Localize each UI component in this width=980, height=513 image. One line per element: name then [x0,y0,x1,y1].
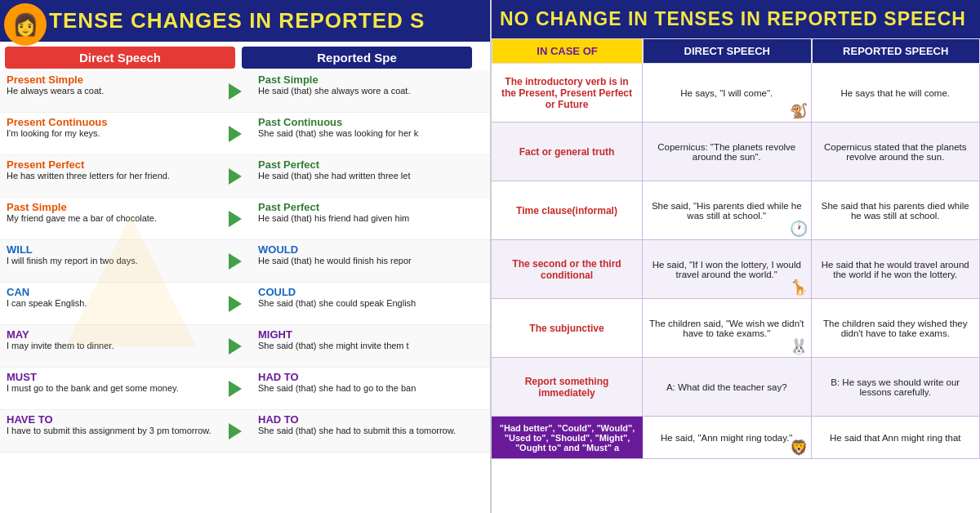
tense-row: Present Simple He always wears a coat. P… [0,70,490,113]
cell-icon: 🐒 [790,102,808,120]
tense-from-name: Past Simple [7,201,212,213]
tense-direct-cell: HAVE TO I have to submit this assignment… [0,410,216,452]
cell-icon: 🦁 [790,439,808,457]
arrow-icon [229,296,242,312]
tense-to-example: She said (that) she could speak English [258,298,487,308]
right-data-row: "Had better", "Could", "Would", "Used to… [492,417,980,459]
cell-icon: 🕐 [790,220,808,238]
reported-cell: B: He says we should write our lessons c… [812,358,981,416]
arrow-icon [229,83,242,100]
tense-row: MUST I must go to the bank and get some … [0,368,490,410]
tense-from-example: I must go to the bank and get some money… [7,383,212,393]
tense-reported-cell: COULD She said (that) she could speak En… [255,283,490,324]
tense-reported-cell: WOULD He said (that) he would finish his… [255,240,490,282]
tense-to-example: She said (that) she was looking for her … [258,128,487,138]
tense-to-example: He said (that) he would finish his repor [258,256,487,265]
cell-icon: 🦒 [790,279,808,297]
reported-cell: He says that he will come. [812,64,981,122]
direct-cell: She said, "His parents died while he was… [643,181,812,239]
tense-to-example: She said (that) she had to submit this a… [258,426,487,435]
tense-row: Present Continuous I'm looking for my ke… [0,113,490,155]
tense-row: Present Perfect He has written three let… [0,155,490,198]
right-panel: NO CHANGE IN TENSES IN REPORTED SPEECH I… [490,0,980,513]
col-direct-header: DIRECT SPEECH [643,38,812,64]
direct-cell: Copernicus: "The planets revolve around … [643,123,812,181]
tense-to-example: She said (that) she might invite them t [258,341,487,350]
tense-arrow [216,155,255,197]
case-cell: Fact or general truth [492,123,643,181]
tense-to-name: Past Perfect [258,158,487,171]
left-columns: Direct Speech Reported Spe [0,42,490,69]
col-case-header: IN CASE OF [492,38,643,64]
arrow-icon [229,126,242,142]
tense-to-name: HAD TO [258,371,487,383]
arrow-icon [229,253,242,270]
tense-arrow [216,368,255,409]
tense-direct-cell: Present Perfect He has written three let… [0,155,216,197]
tense-arrow [216,70,255,112]
tense-to-example: He said (that) she always wore a coat. [258,86,487,96]
direct-cell: He says, "I will come". 🐒 [643,64,812,122]
direct-cell: He said, "If I won the lottery, I would … [643,240,812,298]
tense-reported-cell: Past Perfect He said (that) she had writ… [255,155,490,197]
right-data-row: Time clause(informal) She said, "His par… [492,181,980,240]
direct-cell: A: What did the teacher say? [643,358,812,416]
tense-reported-cell: Past Perfect He said (that) his friend h… [255,198,490,239]
right-data-row: The subjunctive The children said, "We w… [492,299,980,358]
case-cell: The introductory verb is in the Present,… [492,64,643,122]
left-header: 👩 TENSE CHANGES IN REPORTED S [0,0,490,42]
tense-arrow [216,240,255,282]
tense-to-name: MIGHT [258,328,487,341]
tense-from-example: I have to submit this assignment by 3 pm… [7,426,212,435]
tense-from-example: He always wears a coat. [7,86,212,96]
tense-direct-cell: Present Simple He always wears a coat. [0,70,216,112]
case-cell: "Had better", "Could", "Would", "Used to… [492,417,643,458]
tense-arrow [216,325,255,367]
case-cell: The subjunctive [492,299,643,357]
tense-from-name: Present Simple [7,74,212,86]
arrow-icon [229,423,242,439]
right-col-headers: IN CASE OF DIRECT SPEECH REPORTED SPEECH [492,38,980,64]
cell-icon: 🐰 [790,337,808,355]
tense-arrow [216,283,255,324]
right-data-row: The second or the third conditional He s… [492,240,980,299]
direct-cell: He said, "Ann might ring today." 🦁 [643,417,812,458]
tense-reported-cell: Past Simple He said (that) she always wo… [255,70,490,112]
direct-cell: The children said, "We wish we didn't ha… [643,299,812,357]
tense-to-example: She said (that) she had to go to the ban [258,383,487,393]
tense-direct-cell: Present Continuous I'm looking for my ke… [0,113,216,154]
arrow-icon [229,211,242,227]
tense-to-name: Past Perfect [258,201,487,213]
right-header: NO CHANGE IN TENSES IN REPORTED SPEECH [492,0,980,38]
tense-rows: Present Simple He always wears a coat. P… [0,69,490,453]
case-cell: Report something immediately [492,358,643,416]
tense-direct-cell: MUST I must go to the bank and get some … [0,368,216,409]
tense-from-example: He has written three letters for her fri… [7,171,212,181]
left-avatar-icon: 👩 [4,3,47,46]
tense-from-example: I'm looking for my keys. [7,128,212,138]
right-rows: The introductory verb is in the Present,… [492,64,980,459]
col-reported-header: REPORTED SPEECH [812,38,981,64]
reported-cell: The children said they wished they didn'… [812,299,981,357]
tense-arrow [216,198,255,239]
tense-reported-cell: Past Continuous She said (that) she was … [255,113,490,154]
tense-row: HAVE TO I have to submit this assignment… [0,410,490,453]
tense-to-name: Past Continuous [258,116,487,128]
right-title: NO CHANGE IN TENSES IN REPORTED SPEECH [500,8,966,29]
reported-speech-header: Reported Spe [242,47,472,69]
left-panel: 👩 TENSE CHANGES IN REPORTED S Direct Spe… [0,0,490,513]
reported-cell: He said that Ann might ring that [812,417,981,458]
tense-arrow [216,410,255,452]
reported-cell: He said that he would travel around the … [812,240,981,298]
arrow-icon [229,381,242,397]
decorative-triangle [65,216,196,346]
direct-speech-header: Direct Speech [5,47,235,69]
tense-reported-cell: MIGHT She said (that) she might invite t… [255,325,490,367]
tense-to-name: Past Simple [258,74,487,86]
arrow-icon [229,168,242,185]
right-data-row: Fact or general truth Copernicus: "The p… [492,123,980,181]
tense-reported-cell: HAD TO She said (that) she had to submit… [255,410,490,452]
tense-from-name: HAVE TO [7,413,212,426]
case-cell: Time clause(informal) [492,181,643,239]
tense-to-name: WOULD [258,243,487,256]
